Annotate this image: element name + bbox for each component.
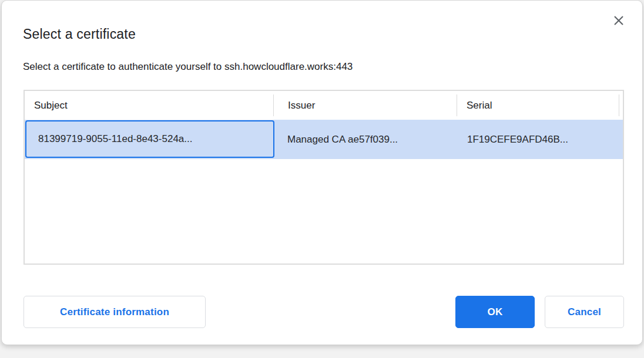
ok-button[interactable]: OK — [455, 296, 535, 328]
column-header-subject: Subject — [25, 91, 274, 120]
column-header-issuer: Issuer — [274, 91, 457, 120]
dialog-subtitle: Select a certificate to authenticate you… — [23, 61, 353, 73]
close-x-glyph — [613, 15, 624, 26]
certificate-select-dialog: Select a certificate Select a certificat… — [1, 0, 643, 345]
dialog-title: Select a certificate — [23, 26, 136, 42]
column-divider — [619, 94, 619, 116]
certificate-information-button[interactable]: Certificate information — [24, 296, 206, 328]
cell-serial[interactable]: 1F19CEFE9AFD46B... — [458, 120, 620, 159]
cell-issuer[interactable]: Managed CA ae57f039... — [274, 120, 458, 159]
table-header-row: Subject Issuer Serial — [25, 91, 623, 120]
cancel-button[interactable]: Cancel — [545, 296, 624, 328]
cell-subject[interactable]: 81399719-9055-11ed-8e43-524a... — [25, 120, 274, 158]
certificate-table: Subject Issuer Serial 81399719-9055-11ed… — [24, 90, 624, 265]
column-header-serial: Serial — [457, 91, 619, 120]
certificate-row-selected[interactable]: 81399719-9055-11ed-8e43-524a... Managed … — [25, 120, 623, 159]
close-icon[interactable] — [612, 13, 626, 28]
